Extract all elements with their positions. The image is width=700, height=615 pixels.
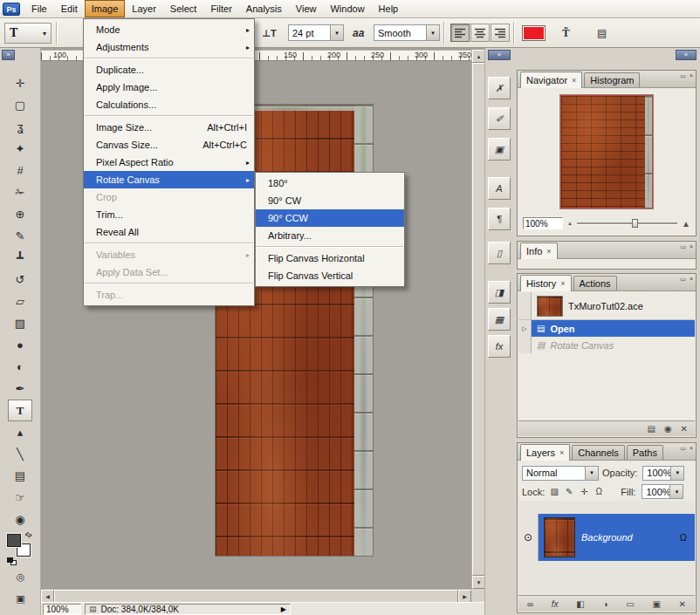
menu-item-trim[interactable]: Trim...: [84, 206, 254, 223]
tab-actions[interactable]: Actions: [573, 276, 617, 290]
menu-item-90-ccw[interactable]: 90° CCW: [256, 209, 404, 227]
text-orientation-icon[interactable]: ⊥T: [262, 28, 277, 39]
menu-item-reveal-all[interactable]: Reveal All: [84, 223, 254, 241]
tool-hand[interactable]: ☞: [8, 487, 32, 509]
caret-down-icon[interactable]: ▾: [585, 467, 598, 480]
minimize-icon[interactable]: ▭: [680, 276, 686, 283]
tool-zoom[interactable]: ◉: [8, 509, 32, 530]
opacity-field[interactable]: 100% ▾: [642, 466, 684, 481]
tab-paths[interactable]: Paths: [627, 445, 663, 460]
tool-pen[interactable]: ✒: [8, 378, 32, 400]
history-state-open[interactable]: ▷ ▤ Open: [518, 320, 695, 337]
minimize-icon[interactable]: ▭: [680, 243, 686, 250]
vertical-scrollbar[interactable]: ▲ ▼: [471, 50, 484, 589]
history-state-rotate-canvas[interactable]: ▤ Rotate Canvas: [518, 337, 695, 353]
delete-state-icon[interactable]: ✕: [681, 424, 688, 434]
adjustment-layer-icon[interactable]: ◑: [602, 599, 607, 609]
menu-item-canvas-size[interactable]: Canvas Size... Alt+Ctrl+C: [84, 136, 254, 154]
tool-healing-brush[interactable]: ⊕: [8, 203, 32, 225]
tool-blur[interactable]: ●: [8, 334, 32, 356]
tool-path-selection[interactable]: ▴: [8, 421, 32, 443]
menu-select[interactable]: Select: [163, 0, 204, 17]
link-layers-icon[interactable]: ∞: [527, 599, 533, 609]
tool-dodge[interactable]: ◐: [8, 356, 32, 378]
scroll-down-icon[interactable]: ▼: [472, 576, 485, 589]
scroll-right-icon[interactable]: ▶: [458, 590, 471, 603]
close-icon[interactable]: ×: [559, 448, 564, 457]
caret-down-icon[interactable]: ▾: [669, 485, 683, 498]
menu-item-flip-horizontal[interactable]: Flip Canvas Horizontal: [256, 249, 404, 267]
tab-info[interactable]: Info ×: [520, 243, 558, 259]
lock-transparency-icon[interactable]: ▨: [549, 487, 559, 496]
minimize-icon[interactable]: ▭: [680, 445, 686, 452]
tool-crop[interactable]: #: [8, 160, 32, 181]
dock-collapse-grip[interactable]: »: [676, 50, 697, 60]
quick-mask-button[interactable]: ◎: [11, 569, 30, 585]
foreground-color-swatch[interactable]: [7, 534, 21, 547]
history-source-well[interactable]: [518, 292, 532, 319]
palette-tool-presets-button[interactable]: ✗: [488, 77, 511, 99]
tab-history[interactable]: History ×: [520, 275, 572, 291]
scroll-left-icon[interactable]: ◀: [41, 590, 54, 603]
visibility-cell[interactable]: ⊙: [518, 514, 539, 561]
menu-layer[interactable]: Layer: [125, 0, 163, 17]
tool-slice[interactable]: ✁: [8, 181, 32, 203]
menu-edit[interactable]: Edit: [54, 0, 85, 17]
tool-notes[interactable]: ▤: [8, 465, 32, 487]
menu-item-rotate-canvas[interactable]: Rotate Canvas ▸: [84, 171, 254, 188]
menu-help[interactable]: Help: [372, 0, 406, 17]
palette-paragraph-button[interactable]: ¶: [488, 208, 511, 230]
slider-thumb[interactable]: [632, 219, 638, 228]
menu-item-adjustments[interactable]: Adjustments ▸: [84, 38, 254, 56]
menu-view[interactable]: View: [289, 0, 324, 17]
palette-effects-button[interactable]: fx: [488, 335, 511, 358]
new-snapshot-icon[interactable]: ◉: [664, 424, 672, 434]
palette-character-button[interactable]: A: [488, 177, 511, 200]
history-snapshot-row[interactable]: TxMuroTut02.ace: [518, 292, 695, 320]
palette-brush-presets-button[interactable]: ✐: [488, 107, 511, 130]
tool-move[interactable]: ✛: [8, 72, 32, 94]
tool-clone-stamp[interactable]: ┻: [8, 247, 32, 269]
tool-eraser[interactable]: ▱: [8, 290, 32, 312]
menu-item-mode[interactable]: Mode ▸: [84, 21, 254, 38]
zoom-in-icon[interactable]: ▲: [682, 219, 690, 229]
tool-history-brush[interactable]: ↺: [8, 269, 32, 290]
strip-expand-grip[interactable]: «: [488, 50, 511, 60]
warp-text-icon[interactable]: T̃: [562, 26, 570, 40]
horizontal-scrollbar[interactable]: ◀ ▶: [41, 589, 471, 602]
font-size-select[interactable]: 24 pt ▾: [288, 24, 344, 41]
align-left-button[interactable]: [450, 24, 470, 42]
menu-item-calculations[interactable]: Calculations...: [84, 96, 254, 113]
vertical-scroll-thumb[interactable]: [472, 63, 485, 576]
tab-navigator[interactable]: Navigator ×: [520, 72, 582, 88]
new-group-icon[interactable]: ▭: [626, 599, 634, 609]
zoom-out-icon[interactable]: ▲: [567, 221, 573, 226]
menu-item-duplicate[interactable]: Duplicate...: [84, 61, 254, 79]
tool-lasso[interactable]: ʓ: [8, 116, 32, 138]
menu-filter[interactable]: Filter: [203, 0, 238, 17]
menu-item-flip-vertical[interactable]: Flip Canvas Vertical: [256, 267, 404, 284]
layer-style-icon[interactable]: fx: [552, 599, 559, 609]
navigator-zoom-slider[interactable]: [577, 219, 677, 228]
menu-analysis[interactable]: Analysis: [239, 0, 289, 17]
tool-gradient[interactable]: ▨: [8, 312, 32, 334]
horizontal-scroll-thumb[interactable]: [54, 590, 458, 603]
close-icon[interactable]: ×: [690, 243, 693, 250]
caret-down-icon[interactable]: ▾: [330, 25, 343, 40]
close-icon[interactable]: ×: [560, 279, 565, 288]
menu-item-apply-image[interactable]: Apply Image...: [84, 79, 254, 96]
close-icon[interactable]: ×: [546, 247, 551, 256]
zoom-level-field[interactable]: 100%: [43, 604, 81, 615]
menu-window[interactable]: Window: [323, 0, 371, 17]
menu-item-90-cw[interactable]: 90° CW: [256, 192, 404, 209]
history-source-well[interactable]: ▷: [518, 320, 532, 337]
align-right-button[interactable]: [491, 24, 510, 42]
close-icon[interactable]: ×: [690, 276, 693, 283]
palette-clone-source-button[interactable]: ▣: [488, 138, 511, 161]
palette-patterns-button[interactable]: ▦: [488, 308, 511, 331]
close-icon[interactable]: ×: [690, 72, 693, 79]
lock-position-icon[interactable]: ✛: [579, 487, 589, 496]
tool-type[interactable]: T: [8, 400, 32, 421]
lock-all-icon[interactable]: Ω: [594, 487, 604, 496]
lock-pixels-icon[interactable]: ✎: [564, 487, 574, 496]
